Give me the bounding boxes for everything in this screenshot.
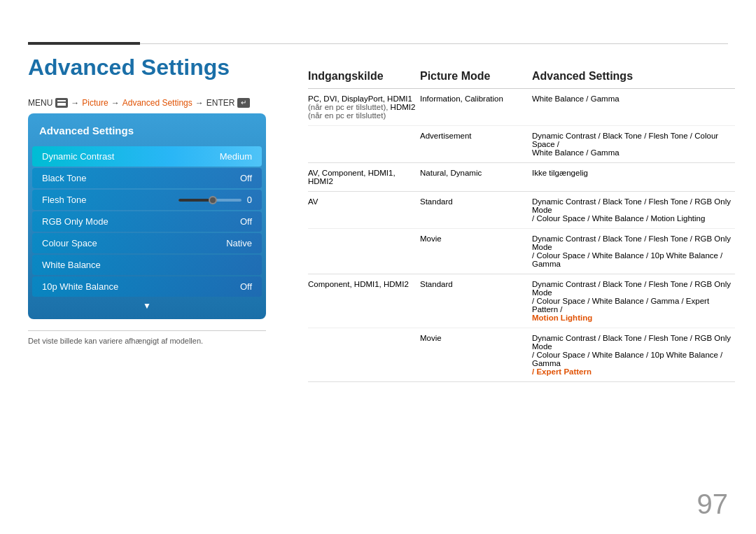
menu-item-black-tone[interactable]: Black Tone Off bbox=[32, 168, 262, 188]
advanced-link: Advanced Settings bbox=[122, 98, 192, 108]
table-row-av-natural: AV, Component, HDMI1,HDMI2 Natural, Dyna… bbox=[308, 163, 735, 191]
col-mode-header: Picture Mode bbox=[420, 70, 532, 83]
source-component-movie bbox=[308, 334, 420, 376]
advanced-white-balance-gamma: White Balance / Gamma bbox=[532, 94, 735, 120]
panel-title: Advanced Settings bbox=[28, 119, 266, 145]
menu-item-white-balance[interactable]: White Balance bbox=[32, 255, 262, 275]
enter-label: ENTER bbox=[206, 98, 235, 108]
source-av: AV bbox=[308, 197, 420, 223]
dynamic-contrast-value: Medium bbox=[220, 151, 252, 162]
menu-path: MENU → Picture → Advanced Settings → ENT… bbox=[28, 98, 250, 108]
arrow2: → bbox=[111, 98, 120, 108]
table-row-group-4: Component, HDMI1, HDMI2 Standard Dynamic… bbox=[308, 274, 735, 382]
mode-advertisement: Advertisement bbox=[420, 132, 532, 157]
left-panel: Advanced Settings Dynamic Contrast Mediu… bbox=[28, 113, 266, 345]
arrow3: → bbox=[195, 98, 204, 108]
right-panel: Indgangskilde Picture Mode Advanced Sett… bbox=[308, 70, 735, 382]
menu-label: MENU bbox=[28, 98, 52, 108]
menu-item-rgb-only-mode[interactable]: RGB Only Mode Off bbox=[32, 211, 262, 232]
arrow1: → bbox=[71, 98, 79, 108]
advanced-av-standard: Dynamic Contrast / Black Tone / Flesh To… bbox=[532, 197, 735, 223]
col-advanced-header: Advanced Settings bbox=[532, 70, 735, 83]
menu-item-10p-white-balance[interactable]: 10p White Balance Off bbox=[32, 276, 262, 297]
flesh-tone-value: 0 bbox=[247, 195, 252, 205]
flesh-tone-label: Flesh Tone bbox=[42, 195, 86, 205]
white-balance-label: White Balance bbox=[42, 260, 101, 270]
advanced-av-movie: Dynamic Contrast / Black Tone / Flesh To… bbox=[532, 234, 735, 268]
table-row-component-movie: Movie Dynamic Contrast / Black Tone / Fl… bbox=[308, 328, 735, 381]
black-tone-value: Off bbox=[240, 173, 252, 183]
source-av-component: AV, Component, HDMI1,HDMI2 bbox=[308, 169, 420, 185]
settings-panel: Advanced Settings Dynamic Contrast Mediu… bbox=[28, 113, 266, 319]
mode-movie-av: Movie bbox=[420, 234, 532, 268]
flesh-tone-slider-fill bbox=[178, 199, 210, 202]
top-decorative-lines bbox=[28, 42, 728, 45]
table-row-group-3: AV Standard Dynamic Contrast / Black Ton… bbox=[308, 192, 735, 274]
advanced-not-available: Ikke tilgængelig bbox=[532, 169, 735, 185]
menu-item-flesh-tone[interactable]: Flesh Tone 0 bbox=[32, 190, 262, 210]
mode-natural-dynamic: Natural, Dynamic bbox=[420, 169, 532, 185]
menu-item-dynamic-contrast[interactable]: Dynamic Contrast Medium bbox=[32, 146, 262, 167]
advanced-component-movie: Dynamic Contrast / Black Tone / Flesh To… bbox=[532, 334, 735, 376]
col-source-header: Indgangskilde bbox=[308, 70, 420, 83]
source-av-movie bbox=[308, 234, 420, 268]
dynamic-contrast-label: Dynamic Contrast bbox=[42, 151, 114, 162]
table-row-av-movie: Movie Dynamic Contrast / Black Tone / Fl… bbox=[308, 228, 735, 274]
table-header: Indgangskilde Picture Mode Advanced Sett… bbox=[308, 70, 735, 89]
table-row-av-standard: AV Standard Dynamic Contrast / Black Ton… bbox=[308, 192, 735, 228]
picture-link: Picture bbox=[82, 98, 108, 108]
10p-white-balance-label: 10p White Balance bbox=[42, 281, 118, 292]
colour-space-value: Native bbox=[226, 238, 252, 248]
source-empty-1 bbox=[308, 132, 420, 157]
panel-note-text: Det viste billede kan variere afhængigt … bbox=[28, 337, 203, 345]
mode-information: Information, Calibration bbox=[420, 94, 532, 120]
flesh-tone-slider-bar[interactable] bbox=[178, 199, 241, 202]
mode-standard-component: Standard bbox=[420, 280, 532, 322]
table-row-pc-advertisement: Advertisement Dynamic Contrast / Black T… bbox=[308, 125, 735, 162]
flesh-tone-slider-container: 0 bbox=[178, 195, 252, 205]
mode-standard-av: Standard bbox=[420, 197, 532, 223]
table-row-pc-information: PC, DVI, DisplayPort, HDMI1 (når en pc e… bbox=[308, 89, 735, 125]
page-title: Advanced Settings bbox=[28, 55, 230, 80]
enter-icon: ↵ bbox=[237, 98, 250, 108]
black-tone-label: Black Tone bbox=[42, 173, 86, 183]
advanced-advertisement: Dynamic Contrast / Black Tone / Flesh To… bbox=[532, 132, 735, 157]
table-row-group-1: PC, DVI, DisplayPort, HDMI1 (når en pc e… bbox=[308, 89, 735, 163]
10p-white-balance-value: Off bbox=[240, 281, 252, 292]
table-row-component-standard: Component, HDMI1, HDMI2 Standard Dynamic… bbox=[308, 274, 735, 328]
rgb-only-mode-label: RGB Only Mode bbox=[42, 216, 108, 227]
source-pc: PC, DVI, DisplayPort, HDMI1 (når en pc e… bbox=[308, 94, 420, 120]
page-number: 97 bbox=[697, 489, 729, 520]
panel-note: Det viste billede kan variere afhængigt … bbox=[28, 330, 266, 345]
colour-space-label: Colour Space bbox=[42, 238, 97, 248]
rgb-only-mode-value: Off bbox=[240, 216, 252, 227]
source-component: Component, HDMI1, HDMI2 bbox=[308, 280, 420, 322]
flesh-tone-slider-thumb bbox=[209, 196, 217, 204]
menu-item-colour-space[interactable]: Colour Space Native bbox=[32, 233, 262, 253]
advanced-component-standard: Dynamic Contrast / Black Tone / Flesh To… bbox=[532, 280, 735, 322]
table-row-group-2: AV, Component, HDMI1,HDMI2 Natural, Dyna… bbox=[308, 163, 735, 192]
menu-icon bbox=[55, 98, 68, 108]
scroll-down-indicator: ▼ bbox=[28, 301, 266, 311]
mode-movie-component: Movie bbox=[420, 334, 532, 376]
